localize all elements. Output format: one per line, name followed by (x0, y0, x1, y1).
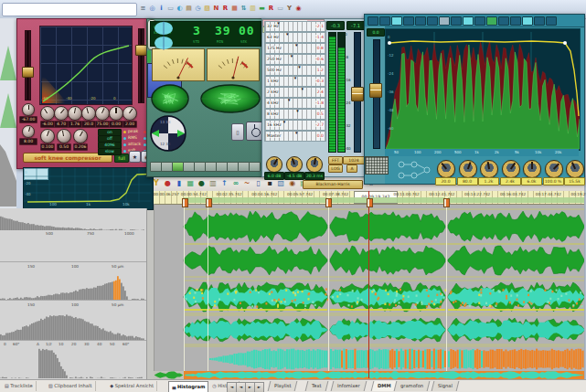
band-row-8[interactable]: 8 kHz0.5▾ (264, 109, 326, 120)
toolbar-icon-11[interactable]: ⇅ (240, 2, 248, 16)
spectrum-toolbar-button-9[interactable] (474, 16, 485, 26)
spectrum-toolbar-button-0[interactable] (368, 16, 378, 26)
track-toolbar-icon-2[interactable]: ▮ (174, 177, 185, 189)
toolbar-icon-2[interactable]: i (157, 2, 165, 16)
timeline-ruler[interactable]: 00:09:19.742 -00:00:46.25700:00:54.74200… (147, 191, 584, 205)
toolbar-icon-7[interactable]: ▨ (203, 2, 211, 16)
track-toolbar-icon-7[interactable]: ∞ (230, 177, 241, 189)
option-dot[interactable] (123, 150, 126, 153)
toolbar-icon-8[interactable]: N (212, 2, 220, 16)
spectrum-toolbar-button-5[interactable] (427, 16, 438, 26)
project-tab-playlist[interactable]: Playlist (268, 381, 298, 391)
band-row-6[interactable]: 2 kHz2.4▾ (264, 87, 326, 98)
track-toolbar-icon-5[interactable]: ▥ (208, 177, 218, 189)
side-knob-2[interactable] (22, 125, 35, 138)
project-tab-infomixer[interactable]: Infomixer (330, 381, 366, 391)
toolbar-icon-10[interactable]: ▦ (230, 2, 239, 16)
spectrum-toolbar-button-1[interactable] (379, 16, 390, 26)
track-toolbar-icon-3[interactable]: ▦ (185, 177, 196, 189)
spectrum-toolbar-button-3[interactable] (403, 16, 414, 26)
docker-tab-trackliste[interactable]: ▤ Trackliste (2, 381, 37, 391)
spectrum-toolbar-button-8[interactable] (463, 16, 474, 26)
toolbar-icon-3[interactable]: ▭ (166, 2, 175, 16)
tab-nav-button-3[interactable]: ► (254, 382, 264, 392)
comp-knob-r2-0[interactable] (40, 129, 55, 143)
timeline-marker-2[interactable] (325, 198, 332, 207)
toolbar-icon-0[interactable]: ≡ (139, 2, 147, 16)
timeline-marker-0[interactable] (182, 198, 188, 207)
comp-knob-r1-2[interactable] (68, 106, 82, 121)
comp-knob-r1-4[interactable] (95, 106, 110, 121)
comp-knob-r1-0[interactable] (40, 106, 55, 121)
toolbar-search-field[interactable] (2, 3, 137, 16)
fft-button-FFT[interactable]: FFT (328, 156, 343, 164)
project-tab-signal[interactable]: Signal (431, 381, 459, 391)
playhead[interactable] (368, 191, 369, 378)
mb-fader-handle[interactable] (351, 87, 364, 101)
spectrum-toolbar-button-12[interactable] (510, 16, 521, 26)
spectrum-toolbar-button-10[interactable] (486, 16, 497, 26)
option-dot[interactable] (123, 131, 126, 133)
mic-button[interactable]: ▯ (231, 123, 244, 141)
spectrum-toolbar-button-6[interactable] (439, 16, 450, 26)
track-toolbar-icon-9[interactable]: ▯ (253, 177, 264, 189)
band-row-0[interactable]: 32 Hz-2.1▾ (264, 21, 326, 32)
spectrum-toolbar-button-2[interactable] (391, 16, 402, 26)
spectrum-toolbar-button-7[interactable] (451, 16, 462, 26)
spectrum-toolbar-button-14[interactable] (534, 16, 545, 26)
side-knob-1[interactable] (22, 103, 35, 116)
fft-button-LOG[interactable]: LOG (328, 164, 343, 173)
spectrum-toolbar-button-11[interactable] (498, 16, 509, 26)
toolbar-icon-1[interactable]: ◎ (148, 2, 156, 16)
comp-knob-r1-6[interactable] (123, 106, 137, 121)
toolbar-icon-9[interactable]: R (221, 2, 229, 16)
docker-tab-clipboard-inhalt[interactable]: ▨ Clipboard Inhalt (46, 381, 96, 391)
comp-knob-r1-5[interactable] (109, 106, 123, 121)
spectrum-toolbar-button-13[interactable] (522, 16, 533, 26)
toolbar-icon-13[interactable]: ▬ (258, 2, 266, 16)
track-toolbar-icon-4[interactable]: ● (197, 177, 208, 189)
band-row-2[interactable]: 125 Hz0.8▾ (264, 43, 326, 54)
project-tab-gramofon[interactable]: gramofon (393, 381, 430, 391)
track-toolbar-icon-8[interactable]: ~ (241, 177, 252, 189)
option-dot[interactable] (123, 143, 126, 146)
vu-toolbar-button-9[interactable] (249, 162, 261, 172)
band-row-3[interactable]: 250 Hz-0.6▾ (264, 54, 326, 65)
toolbar-icon-5[interactable]: ▤ (185, 2, 193, 16)
comp-knob-r2-2[interactable] (73, 129, 88, 143)
fft-button-A[interactable]: A (346, 164, 357, 173)
toolbar-icon-17[interactable]: ◉ (294, 2, 303, 16)
band-row-10[interactable]: Master0.0▾ (264, 131, 326, 142)
comp-knob-r1-1[interactable] (54, 106, 69, 121)
spectrum-knob-5[interactable] (545, 160, 563, 178)
spectrum-toolbar-button-15[interactable] (546, 16, 557, 26)
input-slider-track[interactable] (25, 30, 31, 101)
timeline-marker-3[interactable] (367, 198, 373, 207)
input-slider-handle[interactable] (22, 67, 34, 78)
spectrum-knob-4[interactable] (523, 160, 541, 178)
docker-tab-histogram[interactable]: ▄ Histogram (168, 381, 208, 392)
timeline-marker-1[interactable] (206, 198, 212, 207)
toolbar-icon-15[interactable]: ▭ (276, 2, 284, 16)
spectrum-knob-6[interactable] (566, 160, 584, 178)
band-row-7[interactable]: 4 kHz-1.8▾ (264, 98, 326, 109)
track-toolbar-icon-6[interactable]: ↑ (218, 177, 229, 189)
mb-knob-2[interactable] (306, 156, 323, 173)
output-slider-track[interactable] (138, 28, 144, 103)
toolbar-icon-14[interactable]: R (267, 2, 275, 16)
fft-button-1024[interactable]: 1024 (343, 156, 365, 164)
comp-knob-r2-1[interactable] (57, 129, 71, 143)
spectrum-knob-2[interactable] (480, 160, 498, 178)
mb-knob-0[interactable] (266, 156, 282, 173)
track-canvas[interactable] (147, 204, 584, 379)
preset-star-button[interactable]: ★ (129, 151, 141, 163)
track-toolbar-icon-1[interactable]: ● (162, 177, 173, 189)
spectrum-toolbar-button-4[interactable] (415, 16, 426, 26)
option-dot[interactable] (123, 137, 126, 140)
timeline-marker-4[interactable] (443, 198, 450, 207)
fft-window-function-button[interactable]: Blackman-Harris (303, 180, 363, 189)
toolbar-icon-6[interactable]: ◷ (194, 2, 202, 16)
mb-knob-1[interactable] (286, 156, 303, 173)
toolbar-icon-12[interactable]: ▥ (249, 2, 257, 16)
spectrum-knob-1[interactable] (459, 160, 477, 178)
